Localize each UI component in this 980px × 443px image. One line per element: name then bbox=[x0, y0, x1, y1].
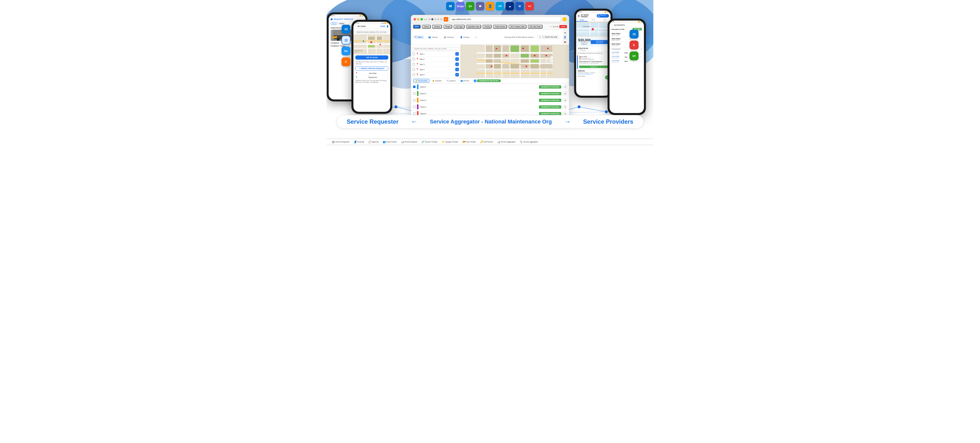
client-2-checkbox[interactable] bbox=[413, 92, 415, 95]
maximize-dot[interactable] bbox=[420, 18, 423, 21]
snow-filter[interactable]: Snow bbox=[331, 22, 337, 25]
transfer-balance-btn[interactable]: TRANSFER BALANCE bbox=[591, 40, 609, 44]
site-5-btn[interactable]: + bbox=[455, 73, 459, 76]
site-4-checkbox[interactable] bbox=[412, 68, 415, 71]
outlook-right-side-icon[interactable]: ✉ bbox=[630, 30, 638, 38]
servicetitan-icon[interactable]: S⚙ bbox=[496, 2, 504, 10]
map-car-btn[interactable]: 🚗 bbox=[563, 40, 567, 43]
prev-btn[interactable]: ‹ bbox=[550, 25, 551, 28]
clear-btn[interactable]: Clear bbox=[559, 25, 567, 28]
back-btn[interactable]: ‹ bbox=[425, 18, 425, 21]
quickbooks-icon[interactable]: QB bbox=[466, 2, 474, 10]
minimize-dot[interactable] bbox=[417, 18, 420, 21]
noaa-icon[interactable]: ☁ bbox=[506, 2, 514, 10]
site-3-checkbox[interactable] bbox=[412, 63, 415, 65]
map-zoom-btn[interactable]: 👤 bbox=[563, 35, 567, 39]
check-in-button[interactable]: CHECK IN bbox=[579, 65, 608, 68]
site-2-btn[interactable]: + bbox=[455, 57, 459, 61]
select-all-checkbox[interactable] bbox=[474, 79, 476, 82]
site-1-btn[interactable]: + bbox=[455, 52, 459, 56]
filter-vendors[interactable]: Vendors bbox=[432, 25, 442, 29]
bank-menu-2[interactable]: ⋮ bbox=[640, 38, 642, 41]
tab-explore[interactable]: 🔍 Explore bbox=[444, 79, 458, 83]
expand-btn-4[interactable]: ∨ bbox=[563, 105, 567, 109]
tab-week[interactable]: Week bbox=[587, 19, 599, 22]
tab-today[interactable]: Today bbox=[576, 19, 587, 22]
trans-menu-2[interactable]: ⋮ bbox=[640, 56, 642, 59]
filter-wo-creation[interactable]: WO Creation Date bbox=[509, 25, 526, 29]
client-4-checkbox[interactable] bbox=[413, 106, 415, 108]
site-4-btn[interactable]: + bbox=[455, 68, 459, 71]
client-3-checkbox[interactable] bbox=[413, 99, 415, 102]
sidebar-search-input[interactable] bbox=[412, 47, 459, 50]
forward-btn[interactable]: › bbox=[426, 18, 426, 21]
search-area-btn[interactable]: 🔍 🔍 Search this area bbox=[537, 35, 559, 39]
outlook-icon[interactable]: ✉ bbox=[446, 2, 455, 10]
client-5-checkbox[interactable] bbox=[413, 112, 415, 115]
teams-icon[interactable]: 💬 bbox=[476, 2, 484, 10]
user-icon[interactable]: 👤 bbox=[486, 2, 494, 10]
expand-btn-1[interactable]: ∨ bbox=[563, 85, 567, 89]
tab-vendors[interactable]: 🏢 Vendors bbox=[442, 35, 456, 39]
site-detail-row[interactable]: 📍 Site Detail › bbox=[353, 71, 390, 75]
sites-search-input[interactable] bbox=[355, 30, 389, 33]
trans-menu-3[interactable]: ⋮ bbox=[640, 60, 642, 63]
tab-sites[interactable]: 📍 Sites bbox=[413, 35, 424, 39]
filter-wo-start[interactable]: WO Start Date bbox=[528, 25, 543, 29]
bank-menu-1[interactable]: ⋮ bbox=[640, 33, 642, 35]
trans-menu-1[interactable]: ⋮ bbox=[640, 52, 642, 54]
page-dot-1[interactable] bbox=[428, 18, 430, 20]
filter-priority[interactable]: Priority bbox=[482, 25, 492, 29]
tab-payable[interactable]: 💰 Payable bbox=[430, 79, 444, 83]
expand-btn-5[interactable]: ∨ bbox=[563, 112, 567, 115]
next-filter-btn[interactable]: › bbox=[552, 25, 552, 28]
generate-invoice-btn-5[interactable]: GENERATE INVOICES bbox=[539, 112, 561, 115]
repair-filter[interactable]: Repair bbox=[338, 22, 345, 25]
create-service-request-button[interactable]: + CREATE SERVICE REQUEST bbox=[355, 66, 388, 70]
tab-clients[interactable]: 👥 Clients bbox=[427, 35, 439, 39]
filter-expdate[interactable]: Expiration Date bbox=[466, 25, 481, 29]
qb-right-side-icon[interactable]: QB bbox=[630, 51, 638, 60]
acumatica-icon[interactable]: AC bbox=[525, 2, 534, 10]
site-3-btn[interactable]: + bbox=[455, 63, 459, 66]
page-dot-3[interactable] bbox=[434, 18, 436, 20]
filter-trade[interactable]: Trade Service bbox=[493, 25, 507, 29]
site-item-5[interactable]: 📍 Site 5 + bbox=[411, 72, 460, 78]
word-icon[interactable]: W bbox=[515, 2, 524, 10]
generate-all-button[interactable]: GENERATE INVOICES bbox=[477, 79, 501, 82]
frame-side-icon[interactable]: ⊞ bbox=[342, 36, 350, 44]
site-2-checkbox[interactable] bbox=[412, 58, 415, 60]
page-dot-5[interactable] bbox=[440, 18, 442, 20]
filter-sites[interactable]: Sites bbox=[413, 25, 420, 29]
page-dot-4[interactable] bbox=[437, 18, 439, 20]
elementor-side-icon[interactable]: E bbox=[630, 41, 638, 49]
map-layer-btn[interactable]: ⊕ bbox=[563, 31, 567, 35]
filter-clients[interactable]: Clients bbox=[422, 25, 431, 29]
filter-calltype[interactable]: Call Type bbox=[453, 25, 464, 29]
fmpilot-side-icon[interactable]: fm bbox=[342, 46, 350, 56]
tab-arrow[interactable]: → bbox=[474, 35, 477, 39]
expand-btn-2[interactable]: ∨ bbox=[563, 92, 567, 95]
page-dot-2[interactable] bbox=[431, 18, 433, 20]
generate-invoice-btn-3[interactable]: GENERATE INVOICES bbox=[539, 99, 561, 102]
tab-people[interactable]: 👤 People bbox=[458, 35, 471, 39]
tab-receivable[interactable]: ✋ Receivable bbox=[413, 79, 430, 83]
address-bar[interactable]: app.utilizecore.com bbox=[450, 17, 561, 22]
generate-invoice-btn-1[interactable]: GENERATE INVOICES bbox=[539, 85, 561, 89]
site-item-3[interactable]: 📍 Site 3 + bbox=[411, 62, 460, 67]
outlook-side-icon[interactable]: ✉ bbox=[342, 25, 350, 33]
client-1-checkbox[interactable] bbox=[413, 86, 415, 88]
back-arrow[interactable]: ← bbox=[611, 24, 613, 26]
filter-people[interactable]: People bbox=[444, 25, 452, 29]
map-view[interactable]: + − bbox=[461, 45, 569, 78]
stripe-icon[interactable]: Stripe bbox=[456, 2, 465, 10]
tap-to-scan-button[interactable]: TAP TO SCAN bbox=[355, 56, 388, 60]
site-5-checkbox[interactable] bbox=[412, 73, 415, 76]
generate-invoice-btn-2[interactable]: GENERATE INVOICES bbox=[539, 92, 561, 95]
corrigo-side-icon[interactable]: C bbox=[342, 57, 350, 66]
tab-recruit[interactable]: 👥 Recruit bbox=[458, 79, 471, 83]
close-dot[interactable] bbox=[414, 18, 416, 21]
expand-btn-3[interactable]: ∨ bbox=[563, 98, 567, 102]
site-item-1[interactable]: 📍 Site 1 + bbox=[411, 51, 460, 57]
site-1-checkbox[interactable] bbox=[412, 53, 415, 55]
